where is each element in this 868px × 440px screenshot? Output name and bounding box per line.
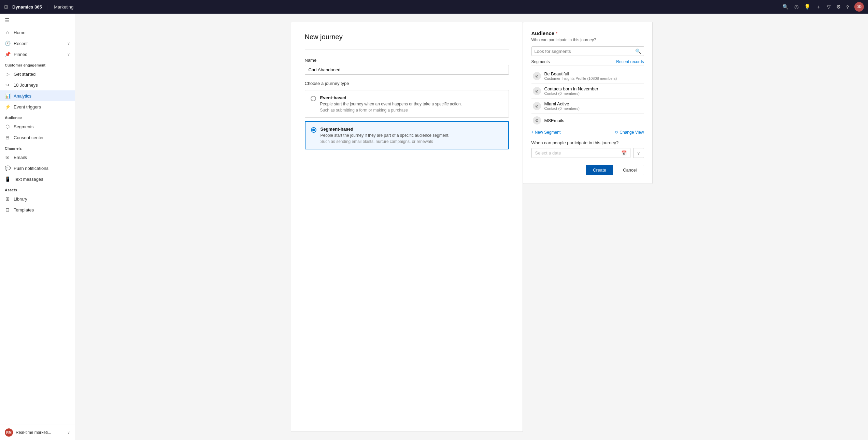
filter-icon[interactable]: ▽ xyxy=(827,4,831,10)
segment-search-box[interactable]: 🔍 xyxy=(531,46,644,56)
event-based-option[interactable]: Event-based People start the journey whe… xyxy=(305,90,509,118)
sidebar-bottom-avatar: RM xyxy=(5,428,13,437)
sidebar-item-label: Library xyxy=(14,196,27,202)
sidebar-item-label: Event triggers xyxy=(14,104,41,109)
segment-info: Contacts born in November Contact (0 mem… xyxy=(544,86,598,96)
list-item[interactable]: ⊘ Be Beautifull Customer Insights Profil… xyxy=(531,69,644,84)
segment-icon: ⊘ xyxy=(533,87,541,95)
settings-icon[interactable]: ⚙ xyxy=(836,4,841,10)
chevron-down-icon: ∨ xyxy=(67,52,70,57)
audience-panel: Audience * Who can participate in this j… xyxy=(523,22,653,184)
user-avatar[interactable]: JD xyxy=(854,2,864,12)
segments-header: Segments Recent records xyxy=(531,59,644,66)
segment-based-option[interactable]: Segment-based People start the journey i… xyxy=(305,121,509,149)
sidebar-item-templates[interactable]: ⊟ Templates xyxy=(0,204,75,215)
segment-based-content: Segment-based People start the journey i… xyxy=(321,127,450,144)
cancel-button[interactable]: Cancel xyxy=(616,165,644,175)
goal-icon[interactable]: ◎ xyxy=(794,4,799,10)
segment-search-input[interactable] xyxy=(535,49,635,54)
sidebar-item-get-started[interactable]: ▷ Get started xyxy=(0,69,75,79)
sidebar-item-label: Recent xyxy=(14,41,28,46)
segment-based-example: Such as sending email blasts, nurture ca… xyxy=(321,139,450,144)
action-buttons: Create Cancel xyxy=(531,165,644,175)
segment-type: Contact (0 members) xyxy=(544,106,580,111)
sidebar-item-pinned[interactable]: 📌 Pinned ∨ xyxy=(0,49,75,60)
event-based-example: Such as submitting a form or making a pu… xyxy=(320,108,462,113)
segments-icon: ⬡ xyxy=(5,124,10,129)
dialog-title: New journey xyxy=(305,33,509,41)
list-item[interactable]: ⊘ Contacts born in November Contact (0 m… xyxy=(531,84,644,99)
segment-type: Contact (0 members) xyxy=(544,91,598,96)
event-based-title: Event-based xyxy=(320,95,462,100)
recent-records-tab[interactable]: Recent records xyxy=(616,59,644,64)
add-icon[interactable]: ＋ xyxy=(816,4,821,10)
name-input[interactable] xyxy=(305,65,509,75)
sidebar-item-label: Consent center xyxy=(14,135,44,140)
section-audience: Audience xyxy=(0,112,75,121)
segment-icon: ⊘ xyxy=(533,102,541,110)
push-icon: 💬 xyxy=(5,165,10,171)
new-journey-dialog: New journey Name Choose a journey type E… xyxy=(291,22,523,432)
outer-content: New journey Name Choose a journey type E… xyxy=(291,22,653,432)
section-customer-engagement: Customer engagement xyxy=(0,60,75,69)
list-item[interactable]: ⊘ MSEmails xyxy=(531,114,644,127)
date-dropdown[interactable]: ∨ xyxy=(633,148,644,158)
main-layout: ☰ ⌂ Home 🕐 Recent ∨ 📌 Pinned ∨ Customer … xyxy=(0,14,868,440)
segment-based-title: Segment-based xyxy=(321,127,450,132)
sidebar-item-push-notifications[interactable]: 💬 Push notifications xyxy=(0,163,75,174)
search-icon: 🔍 xyxy=(635,48,641,54)
topbar: ⊞ Dynamics 365 | Marketing 🔍 ◎ 💡 ＋ ▽ ⚙ ?… xyxy=(0,0,868,14)
consent-icon: ⊟ xyxy=(5,135,10,140)
help-icon[interactable]: ? xyxy=(846,4,849,10)
segment-info: MSEmails xyxy=(544,118,565,123)
list-item[interactable]: ⊘ Miami Active Contact (0 members) xyxy=(531,99,644,114)
topbar-module: Marketing xyxy=(54,4,73,10)
sidebar-item-label: 18 Journeys xyxy=(14,83,38,88)
section-assets: Assets xyxy=(0,185,75,193)
sidebar-item-emails[interactable]: ✉ Emails xyxy=(0,152,75,163)
hamburger-menu[interactable]: ☰ xyxy=(0,14,75,27)
event-based-radio[interactable] xyxy=(311,96,316,101)
sidebar: ☰ ⌂ Home 🕐 Recent ∨ 📌 Pinned ∨ Customer … xyxy=(0,14,75,440)
when-label: When can people participate in this jour… xyxy=(531,140,644,145)
dialog-divider xyxy=(305,49,509,49)
sidebar-item-label: Templates xyxy=(14,207,34,212)
sms-icon: 📱 xyxy=(5,176,10,182)
create-button[interactable]: Create xyxy=(586,165,613,175)
lightbulb-icon[interactable]: 💡 xyxy=(804,4,811,10)
topbar-divider: | xyxy=(47,4,48,10)
sidebar-item-recent[interactable]: 🕐 Recent ∨ xyxy=(0,38,75,49)
sidebar-item-segments[interactable]: ⬡ Segments xyxy=(0,121,75,132)
segment-info: Miami Active Contact (0 members) xyxy=(544,101,580,111)
change-view-button[interactable]: ↺ Change View xyxy=(615,130,644,135)
date-input[interactable]: Select a date 📅 xyxy=(531,148,630,158)
sidebar-item-journeys[interactable]: ↪ 18 Journeys xyxy=(0,79,75,90)
sidebar-item-home[interactable]: ⌂ Home xyxy=(0,27,75,38)
sidebar-env-label: Real-time marketi... xyxy=(16,430,65,435)
new-segment-button[interactable]: + New Segment xyxy=(531,130,561,135)
segment-name: MSEmails xyxy=(544,118,565,123)
sidebar-item-label: Pinned xyxy=(14,52,27,57)
change-view-icon: ↺ xyxy=(615,130,618,135)
date-select: Select a date 📅 ∨ xyxy=(531,148,644,158)
analytics-icon: 📊 xyxy=(5,93,10,99)
journey-icon: ↪ xyxy=(5,82,10,88)
search-icon[interactable]: 🔍 xyxy=(782,4,789,10)
sidebar-item-analytics[interactable]: 📊 Analytics xyxy=(0,90,75,101)
segment-based-desc: People start the journey if they are par… xyxy=(321,133,450,138)
templates-icon: ⊟ xyxy=(5,207,10,212)
content-area: New journey Name Choose a journey type E… xyxy=(75,14,868,440)
app-name: Dynamics 365 xyxy=(12,4,42,10)
sidebar-item-consent-center[interactable]: ⊟ Consent center xyxy=(0,132,75,143)
sidebar-item-event-triggers[interactable]: ⚡ Event triggers xyxy=(0,101,75,112)
sidebar-item-text-messages[interactable]: 📱 Text messages xyxy=(0,174,75,185)
sidebar-item-library[interactable]: ⊞ Library xyxy=(0,193,75,204)
segment-based-radio[interactable] xyxy=(311,127,316,133)
segment-name: Miami Active xyxy=(544,101,580,106)
segment-type: Customer Insights Profile (10808 members… xyxy=(544,76,617,80)
play-icon: ▷ xyxy=(5,71,10,77)
topbar-right: 🔍 ◎ 💡 ＋ ▽ ⚙ ? JD xyxy=(782,2,864,12)
event-based-content: Event-based People start the journey whe… xyxy=(320,95,462,113)
sidebar-bottom[interactable]: RM Real-time marketi... ∨ xyxy=(0,425,75,440)
segments-tab[interactable]: Segments xyxy=(531,59,550,64)
